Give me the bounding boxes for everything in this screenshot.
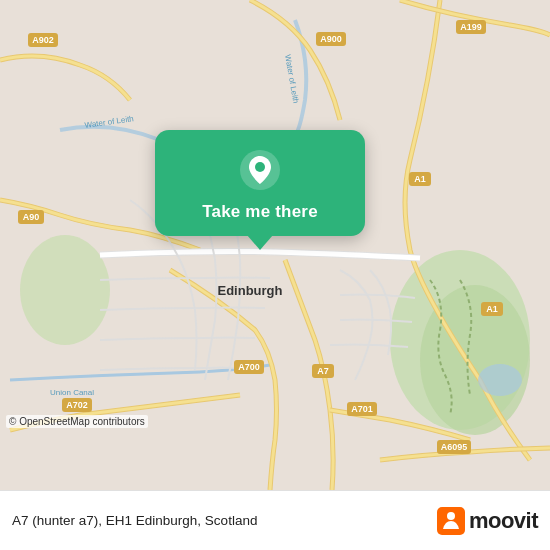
take-me-there-label: Take me there <box>202 202 318 222</box>
footer-bar: A7 (hunter a7), EH1 Edinburgh, Scotland … <box>0 490 550 550</box>
map-view: Water of Leith Water of Leith Union Cana… <box>0 0 550 490</box>
location-label: A7 (hunter a7), EH1 Edinburgh, Scotland <box>12 513 257 528</box>
svg-point-7 <box>478 364 522 396</box>
location-pin-icon <box>238 148 282 192</box>
svg-text:A7: A7 <box>317 366 329 376</box>
svg-text:A700: A700 <box>238 362 260 372</box>
svg-text:A1: A1 <box>414 174 426 184</box>
svg-text:A701: A701 <box>351 404 373 414</box>
svg-point-32 <box>255 162 265 172</box>
svg-text:A702: A702 <box>66 400 88 410</box>
map-attribution: © OpenStreetMap contributors <box>6 415 148 428</box>
svg-text:A900: A900 <box>320 34 342 44</box>
moovit-logo: moovit <box>437 507 538 535</box>
svg-text:Edinburgh: Edinburgh <box>218 283 283 298</box>
moovit-brand-icon <box>437 507 465 535</box>
svg-point-5 <box>20 235 110 345</box>
svg-point-34 <box>447 512 455 520</box>
svg-text:A1: A1 <box>486 304 498 314</box>
svg-text:A199: A199 <box>460 22 482 32</box>
svg-text:Union Canal: Union Canal <box>50 388 94 397</box>
svg-text:A6095: A6095 <box>441 442 468 452</box>
moovit-text: moovit <box>469 508 538 534</box>
svg-text:A90: A90 <box>23 212 40 222</box>
take-me-there-popup[interactable]: Take me there <box>155 130 365 236</box>
svg-text:A902: A902 <box>32 35 54 45</box>
